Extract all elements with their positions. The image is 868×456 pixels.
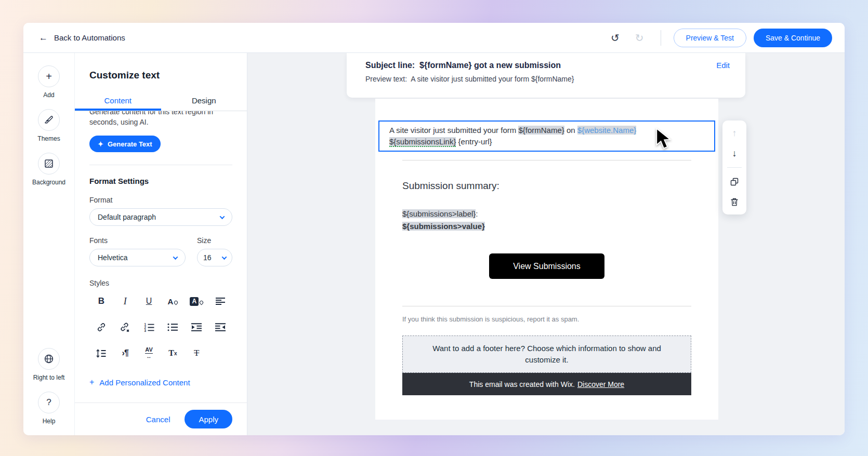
preview-text-line: Preview text: A site visitor just submit… — [365, 75, 730, 83]
apply-button[interactable]: Apply — [185, 410, 232, 428]
rail-item-themes[interactable]: Themes — [37, 109, 60, 142]
clear-x-glyph: x — [174, 351, 177, 356]
horizontal-arrow-glyph: ↔ — [146, 354, 152, 359]
style-letter-spacing-button[interactable]: AV ↔ — [143, 347, 155, 359]
variable-website-name[interactable]: ${website.Name} — [577, 126, 636, 135]
move-down-icon[interactable]: ↓ — [728, 147, 741, 159]
discover-more-link[interactable]: Discover More — [577, 380, 624, 388]
style-strikethrough-button[interactable]: T — [191, 347, 202, 359]
toolbar-divider — [727, 167, 742, 168]
move-up-icon[interactable]: ↑ — [728, 127, 741, 139]
submission-summary-heading: Submission summary: — [402, 180, 691, 192]
rail-item-add[interactable]: + Add — [38, 65, 60, 99]
variable-submissions-link[interactable]: ${submissionsLink} — [389, 137, 456, 147]
content-row: + Add Themes — [23, 53, 845, 435]
chevron-down-icon — [222, 254, 227, 260]
question-glyph: ? — [46, 397, 51, 408]
top-bar: ← Back to Automations ↺ ↻ Preview & Test… — [23, 23, 845, 53]
topbar-actions: ↺ ↻ Preview & Test Save & Continue — [607, 29, 832, 47]
style-bold-button[interactable]: B — [96, 296, 107, 307]
panel-body: Generate content for this text region in… — [75, 111, 247, 403]
body-text-segment: A site visitor just submitted your form — [389, 126, 518, 135]
style-bullet-list-button[interactable] — [167, 321, 178, 333]
generate-text-label: Generate Text — [108, 140, 152, 148]
rail-item-right-to-left[interactable]: Right to left — [33, 348, 65, 381]
chevron-down-icon — [220, 214, 225, 219]
fonts-size-row: Fonts Helvetica Size 16 — [89, 226, 232, 266]
redo-icon[interactable]: ↻ — [631, 31, 648, 45]
undo-icon[interactable]: ↺ — [607, 31, 624, 45]
style-align-button[interactable] — [215, 296, 226, 307]
fonts-value: Helvetica — [98, 253, 128, 262]
customize-text-panel: Customize text Content Design Generate c… — [74, 53, 247, 435]
submissions-label-row: ${submissions>label}: — [402, 209, 691, 218]
preview-and-test-button[interactable]: Preview & Test — [674, 29, 746, 47]
cancel-button[interactable]: Cancel — [146, 415, 170, 424]
style-indent-increase-button[interactable] — [191, 321, 202, 333]
add-personalized-content-button[interactable]: + Add Personalized Content — [89, 378, 232, 387]
add-personalized-label: Add Personalized Content — [99, 378, 190, 387]
rail-label-add: Add — [43, 91, 54, 99]
rail-label-background: Background — [32, 179, 65, 186]
rail-label-themes: Themes — [37, 135, 60, 142]
style-italic-button[interactable]: I — [120, 296, 131, 307]
fonts-dropdown[interactable]: Helvetica — [89, 249, 186, 266]
editor-canvas: Subject line: ${formName} got a new subm… — [247, 53, 845, 435]
footer-placeholder[interactable]: Want to add a footer here? Choose which … — [402, 336, 691, 373]
style-unlink-button[interactable] — [120, 321, 131, 333]
text-color-a-glyph: A — [167, 297, 173, 306]
style-clear-format-button[interactable]: Tx — [167, 347, 178, 359]
body-text-segment: on — [564, 126, 577, 135]
grid-empty-cell — [215, 347, 226, 359]
highlight-a-glyph: A — [192, 298, 196, 305]
format-dropdown[interactable]: Default paragraph — [89, 208, 232, 226]
variable-form-name[interactable]: ${formName} — [518, 126, 564, 135]
selected-text-region[interactable]: A site visitor just submitted your form … — [378, 120, 715, 152]
format-settings-heading: Format Settings — [89, 177, 232, 185]
topbar-divider — [661, 30, 661, 46]
style-line-spacing-button[interactable] — [96, 347, 107, 359]
view-submissions-label: View Submissions — [513, 262, 581, 271]
panel-divider — [89, 165, 232, 165]
rail-item-background[interactable]: Background — [32, 153, 65, 186]
plus-icon: + — [89, 378, 94, 387]
left-icon-rail: + Add Themes — [23, 53, 74, 435]
tab-content[interactable]: Content — [75, 89, 161, 111]
size-dropdown[interactable]: 16 — [197, 249, 232, 266]
rail-label-help: Help — [43, 418, 56, 425]
style-indent-decrease-button[interactable] — [215, 321, 226, 333]
page-background: ← Back to Automations ↺ ↻ Preview & Test… — [0, 0, 868, 456]
back-to-automations-button[interactable]: ← Back to Automations — [39, 33, 125, 42]
rail-item-help[interactable]: ? Help — [38, 392, 60, 425]
style-highlight-color-button[interactable]: A — [190, 296, 203, 307]
help-icon: ? — [38, 392, 60, 413]
generate-text-button[interactable]: ✦ Generate Text — [89, 136, 161, 152]
element-action-toolbar: ↑ ↓ — [722, 120, 746, 214]
colon-text: : — [476, 209, 478, 218]
subject-label: Subject line: — [365, 61, 415, 70]
view-submissions-button[interactable]: View Submissions — [489, 253, 604, 279]
add-icon: + — [38, 65, 60, 87]
delete-icon[interactable] — [728, 196, 741, 208]
style-ordered-list-button[interactable]: 1 2 3 — [143, 321, 155, 333]
submissions-value-row: ${submissions>value} — [402, 222, 691, 231]
size-label: Size — [197, 236, 232, 245]
preview-value: A site visitor just submitted your form … — [411, 75, 574, 83]
variable-submissions-label[interactable]: ${submissions>label} — [402, 209, 476, 218]
wix-footer-text: This email was created with Wix. — [469, 380, 575, 388]
style-link-button[interactable] — [96, 321, 107, 333]
sparkle-icon: ✦ — [98, 140, 103, 148]
body-text-segment: {entry-url} — [456, 137, 492, 146]
style-text-direction-button[interactable]: ›¶ — [120, 347, 131, 359]
style-text-color-button[interactable]: A — [167, 296, 178, 307]
droplet-icon — [174, 300, 179, 305]
variable-submissions-value[interactable]: ${submissions>value} — [402, 222, 485, 231]
save-and-continue-button[interactable]: Save & Continue — [754, 29, 832, 47]
preview-and-test-label: Preview & Test — [686, 34, 734, 42]
styles-icon-grid: B I U A A — [89, 296, 232, 359]
duplicate-icon[interactable] — [728, 176, 741, 188]
style-underline-button[interactable]: U — [143, 296, 155, 307]
edit-subject-button[interactable]: Edit — [716, 61, 730, 70]
tab-design[interactable]: Design — [161, 89, 247, 111]
format-label: Format — [89, 196, 232, 204]
